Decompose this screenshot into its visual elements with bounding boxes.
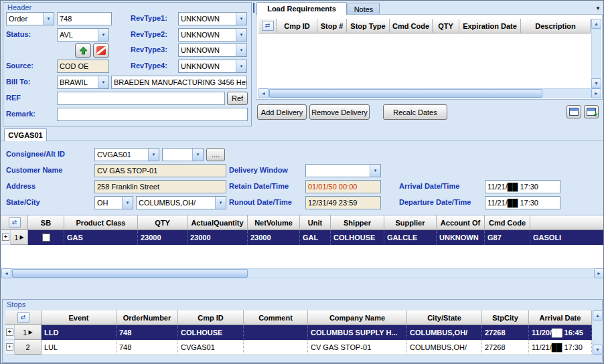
cell-cmp-id[interactable]: CVGAS01	[178, 340, 244, 355]
cell-arrival-date[interactable]: 11/20/██ 16:45	[529, 325, 592, 340]
cell-shipper[interactable]: COLHOUSE	[331, 230, 384, 245]
order-type-combo[interactable]: Order ▼	[6, 12, 54, 25]
row-number-cell[interactable]: 2	[15, 340, 42, 355]
cell-order-number[interactable]: 748	[117, 340, 178, 355]
tab-load-requirements[interactable]: Load Requirements	[256, 2, 347, 15]
revtype2-combo[interactable]: UNKNOWN ▼	[178, 28, 247, 41]
col-header-comment[interactable]: Comment	[244, 310, 308, 325]
expand-icon[interactable]: +	[6, 329, 13, 336]
cell-city-state[interactable]: COLUMBUS,OH/	[407, 340, 482, 355]
col-header-description[interactable]: Description	[521, 19, 591, 33]
cell-net-volume[interactable]: 23000	[248, 230, 300, 245]
cell-company-name[interactable]: CV GAS STOP-01	[308, 340, 407, 355]
ref-button[interactable]: Ref	[227, 92, 248, 105]
col-header-order-number[interactable]: OrderNumber	[117, 310, 178, 325]
col-header-product-class[interactable]: Product Class	[64, 215, 138, 230]
cell-overflow[interactable]: GASOLI	[530, 230, 604, 245]
expand-icon[interactable]: +	[6, 343, 13, 351]
cell-actual-quantity[interactable]: 23000	[187, 230, 248, 245]
add-delivery-button[interactable]: Add Delivery	[257, 104, 307, 120]
scroll-right-icon[interactable]: ►	[591, 88, 601, 98]
stops-row[interactable]: + 2 LUL 748 CVGAS01 CV GAS STOP-01 COLUM…	[5, 340, 592, 355]
chevron-down-icon[interactable]: ▼	[98, 76, 108, 88]
chevron-down-icon[interactable]: ▼	[192, 149, 203, 161]
col-header-cmd-code[interactable]: Cmd Code	[485, 215, 530, 230]
grid-properties-icon[interactable]: ⇄	[17, 312, 29, 323]
col-header-event[interactable]: Event	[42, 310, 117, 325]
grid-properties-icon[interactable]: ⇄	[262, 21, 274, 31]
col-header-qty[interactable]: QTY	[138, 215, 187, 230]
tab-notes[interactable]: Notes	[348, 3, 380, 15]
chevron-down-icon[interactable]: ▼	[370, 165, 380, 177]
cell-arrival-date[interactable]: 11/21/██ 17:30	[529, 340, 592, 355]
consignee-id-combo[interactable]: CVGAS01 ▼	[94, 148, 159, 161]
row-number-cell[interactable]: 1 ▶	[11, 230, 28, 245]
col-header-cmd-code[interactable]: Cmd Code	[390, 19, 433, 33]
cell-cmp-id[interactable]: COLHOUSE	[178, 325, 244, 340]
scroll-right-icon[interactable]: ►	[594, 268, 604, 278]
col-header-supplier[interactable]: Supplier	[384, 215, 437, 230]
city-combo[interactable]: COLUMBUS,OH/ ▼	[136, 196, 226, 209]
stops-vertical-scrollbar[interactable]: ▲ ▼	[593, 310, 603, 355]
vertical-scrollbar[interactable]: ▲ ▼	[591, 19, 601, 88]
product-horizontal-scrollbar[interactable]: ◄ ►	[1, 268, 604, 278]
scroll-down-icon[interactable]: ▼	[593, 345, 603, 355]
revtype3-combo[interactable]: UNKNOWN ▼	[178, 43, 247, 57]
remove-delivery-button[interactable]: Remove Delivery	[309, 104, 370, 120]
expand-icon[interactable]: +	[2, 234, 9, 241]
chevron-down-icon[interactable]: ▼	[122, 197, 133, 209]
col-header-stop-type[interactable]: Stop Type	[347, 19, 390, 33]
ref-field[interactable]	[57, 92, 225, 105]
col-header-sb[interactable]: SB	[28, 215, 64, 230]
remark-field[interactable]	[57, 108, 248, 121]
cancel-order-button[interactable]	[93, 43, 109, 58]
cell-stp-city[interactable]: 27268	[482, 325, 529, 340]
row-number-cell[interactable]: 1 ▶	[15, 325, 42, 340]
scroll-up-icon[interactable]: ▲	[593, 310, 603, 321]
cell-qty[interactable]: 23000	[138, 230, 187, 245]
col-header-company-name[interactable]: Company Name	[308, 310, 407, 325]
scrollbar-thumb[interactable]	[12, 269, 248, 278]
stops-row[interactable]: + 1 ▶ LLD 748 COLHOUSE COLUMBUS SUPPLY H…	[5, 325, 592, 340]
state-combo[interactable]: OH ▼	[94, 196, 133, 209]
chevron-down-icon[interactable]: ▼	[236, 29, 246, 41]
horizontal-scrollbar[interactable]: ◄ ►	[258, 88, 601, 98]
view-grid-button[interactable]	[567, 105, 581, 118]
cell-unit[interactable]: GAL	[300, 230, 331, 245]
sb-checkbox[interactable]	[42, 234, 50, 242]
chevron-down-icon[interactable]: ▼	[236, 60, 246, 72]
col-header-stp-city[interactable]: StpCity	[482, 310, 529, 325]
col-header-net-volume[interactable]: NetVolume	[248, 215, 300, 230]
cell-event[interactable]: LUL	[42, 340, 117, 355]
cell-stp-city[interactable]: 27268	[482, 340, 529, 355]
chevron-down-icon[interactable]: ▼	[98, 29, 108, 41]
col-header-cmp-id[interactable]: Cmp ID	[178, 310, 244, 325]
col-header-expiration-date[interactable]: Expiration Date	[459, 19, 521, 33]
release-order-button[interactable]	[75, 43, 91, 58]
tab-consignee[interactable]: CVGAS01	[4, 128, 47, 141]
col-header-arrival-date[interactable]: Arrival Date	[529, 310, 592, 325]
cell-account-of[interactable]: UNKNOWN	[437, 230, 485, 245]
col-header-account-of[interactable]: Account Of	[437, 215, 485, 230]
revtype4-combo[interactable]: UNKNOWN ▼	[178, 60, 247, 73]
recalc-dates-button[interactable]: Recalc Dates	[383, 104, 447, 120]
chevron-down-icon[interactable]: ▼	[215, 197, 226, 209]
cell-order-number[interactable]: 748	[117, 325, 178, 340]
chevron-down-icon[interactable]: ▼	[236, 13, 246, 25]
scrollbar-thumb[interactable]	[269, 89, 542, 98]
chevron-down-icon[interactable]: ▼	[43, 13, 54, 25]
col-header-qty[interactable]: QTY	[433, 19, 459, 33]
status-combo[interactable]: AVL ▼	[57, 28, 109, 41]
alt-id-combo[interactable]: ▼	[162, 148, 204, 161]
bill-to-combo[interactable]: BRAWIL ▼	[57, 76, 109, 89]
chevron-down-icon[interactable]: ▼	[148, 149, 159, 161]
scroll-left-icon[interactable]: ◄	[1, 268, 11, 278]
cell-company-name[interactable]: COLUMBUS SUPPLY H...	[308, 325, 407, 340]
col-header-actual-quantity[interactable]: ActualQuantity	[187, 215, 248, 230]
cell-product-class[interactable]: GAS	[64, 230, 138, 245]
cell-comment[interactable]	[244, 340, 308, 355]
product-row[interactable]: + 1 ▶ GAS 23000 23000 23000 GAL COLHOUSE…	[1, 230, 604, 245]
grid-properties-icon[interactable]: ⇄	[9, 217, 21, 227]
cell-cmd-code[interactable]: G87	[485, 230, 530, 245]
chevron-down-icon[interactable]: ▼	[236, 44, 246, 56]
